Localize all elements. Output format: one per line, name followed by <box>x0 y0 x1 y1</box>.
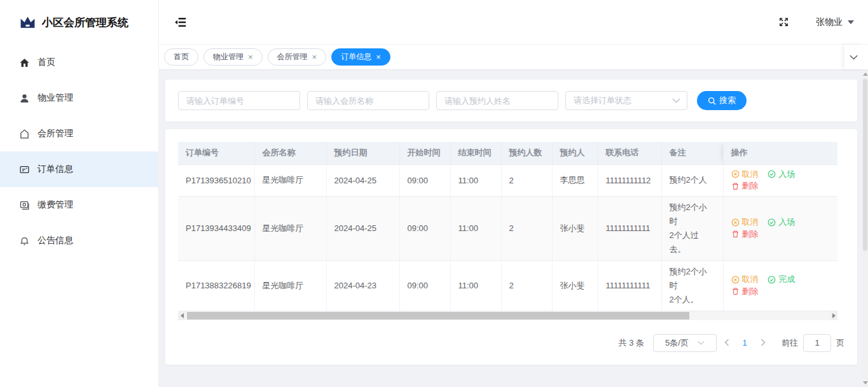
tabs-overflow-button[interactable] <box>844 45 862 69</box>
sidebar: 小区会所管理系统 首页 物业管理 会所管理 订单信息 <box>0 0 159 387</box>
cell-end: 11:00 <box>450 164 501 196</box>
pagination-total: 共 3 条 <box>619 337 644 349</box>
cell-club: 星光咖啡厅 <box>254 196 326 260</box>
enter-button[interactable]: 入场 <box>768 169 795 180</box>
main-area: 张物业 首页 物业管理 × 会所管理 × 订单信息 × <box>159 0 868 387</box>
action-label: 取消 <box>742 216 759 228</box>
tab-home[interactable]: 首页 <box>164 48 198 66</box>
cell-order-no: P1713883226819 <box>178 260 254 311</box>
cell-person: 张小斐 <box>552 196 598 260</box>
cell-start: 09:00 <box>399 260 450 311</box>
sidebar-item-orders[interactable]: 订单信息 <box>0 151 158 187</box>
action-label: 删除 <box>742 180 759 192</box>
order-no-input[interactable] <box>178 91 300 110</box>
tab-club[interactable]: 会所管理 × <box>268 48 327 66</box>
topbar: 张物业 <box>159 0 868 45</box>
tab-orders[interactable]: 订单信息 × <box>331 48 390 66</box>
col-header: 联系电话 <box>598 142 661 164</box>
page-content: 请选择订单状态 搜索 订单编号 <box>159 70 868 387</box>
goto-page: 前往 页 <box>782 334 844 352</box>
col-header: 订单编号 <box>178 142 254 164</box>
col-header: 预约人数 <box>501 142 552 164</box>
cell-remark: 预约2个人 <box>661 164 723 196</box>
tab-label: 物业管理 <box>213 52 244 62</box>
tab-label: 会所管理 <box>277 52 308 62</box>
search-button[interactable]: 搜索 <box>697 91 747 110</box>
horizontal-scrollbar[interactable] <box>178 311 837 320</box>
next-page-button[interactable] <box>754 338 773 348</box>
user-dropdown[interactable]: 张物业 <box>816 17 854 28</box>
delete-button[interactable]: 删除 <box>731 286 759 297</box>
sidebar-item-property[interactable]: 物业管理 <box>0 80 158 116</box>
scroll-down-arrow[interactable] <box>862 381 868 384</box>
horizontal-scrollbar-thumb[interactable] <box>187 312 689 320</box>
enter-button[interactable]: 入场 <box>768 216 795 228</box>
close-icon[interactable]: × <box>248 53 253 61</box>
orders-table: 订单编号 会所名称 预约日期 开始时间 结束时间 预约人数 预约人 联系电话 备… <box>178 142 837 311</box>
cancel-button[interactable]: 取消 <box>731 169 759 180</box>
cell-start: 09:00 <box>399 164 450 196</box>
fullscreen-icon[interactable] <box>778 17 789 27</box>
scroll-up-arrow[interactable] <box>862 73 868 76</box>
collapse-menu-icon[interactable] <box>174 17 187 28</box>
goto-label: 前往 <box>782 337 798 349</box>
cell-person: 张小斐 <box>552 260 598 311</box>
sidebar-item-payment[interactable]: 缴费管理 <box>0 187 158 223</box>
page-unit-label: 页 <box>836 337 844 349</box>
prev-page-button[interactable] <box>717 338 736 348</box>
delete-button[interactable]: 删除 <box>731 180 759 192</box>
cell-remark: 预约2个小时 2个人。 <box>661 260 723 311</box>
close-icon[interactable]: × <box>312 53 317 61</box>
cell-actions: 取消 完成 删除 <box>723 260 837 311</box>
complete-button[interactable]: 完成 <box>768 274 795 285</box>
cancel-button[interactable]: 取消 <box>731 216 759 228</box>
goto-page-input[interactable] <box>803 334 831 352</box>
vertical-scrollbar[interactable] <box>862 70 868 387</box>
cell-person: 李思思 <box>552 164 598 196</box>
cancel-button[interactable]: 取消 <box>731 274 759 285</box>
app-logo: 小区会所管理系统 <box>0 0 158 45</box>
page-size-select[interactable]: 5条/页 <box>653 334 717 352</box>
table-row: P1713934433409 星光咖啡厅 2024-04-25 09:00 11… <box>178 196 837 260</box>
order-status-select[interactable]: 请选择订单状态 <box>565 91 687 110</box>
sidebar-item-home[interactable]: 首页 <box>0 45 158 80</box>
chevron-down-icon <box>672 98 680 103</box>
tab-label: 首页 <box>174 52 189 62</box>
page-size-value: 5条/页 <box>665 337 689 349</box>
select-placeholder: 请选择订单状态 <box>574 95 631 106</box>
chevron-down-icon <box>698 341 705 345</box>
sidebar-item-label: 缴费管理 <box>38 199 73 211</box>
action-label: 入场 <box>778 169 795 180</box>
col-header-actions: 操作 <box>723 142 837 164</box>
club-name-input[interactable] <box>307 91 429 110</box>
search-icon <box>708 97 716 105</box>
cell-phone: 11111111111 <box>598 260 661 311</box>
horizontal-scrollbar-track[interactable] <box>186 311 830 320</box>
tab-property[interactable]: 物业管理 × <box>203 48 263 66</box>
trash-icon <box>731 230 740 238</box>
sidebar-item-label: 会所管理 <box>38 128 73 139</box>
sidebar-item-label: 物业管理 <box>38 92 73 104</box>
user-icon <box>19 93 30 104</box>
app-root: 小区会所管理系统 首页 物业管理 会所管理 订单信息 <box>0 0 868 387</box>
vertical-scrollbar-thumb[interactable] <box>863 79 867 251</box>
orders-table-card: 订单编号 会所名称 预约日期 开始时间 结束时间 预约人数 预约人 联系电话 备… <box>165 129 857 365</box>
person-name-input[interactable] <box>436 91 558 110</box>
col-header: 会所名称 <box>254 142 326 164</box>
scroll-left-arrow[interactable] <box>178 311 186 320</box>
col-header: 结束时间 <box>450 142 501 164</box>
table-row: P1713883226819 星光咖啡厅 2024-04-23 09:00 11… <box>178 260 837 311</box>
payment-icon <box>19 200 30 211</box>
sidebar-item-notice[interactable]: 公告信息 <box>0 223 158 258</box>
action-label: 删除 <box>742 229 759 240</box>
close-icon[interactable]: × <box>376 53 381 61</box>
current-page[interactable]: 1 <box>736 338 754 348</box>
scroll-right-arrow[interactable] <box>830 311 837 320</box>
sidebar-item-club[interactable]: 会所管理 <box>0 116 158 151</box>
cell-actions: 取消 入场 删除 <box>723 196 837 260</box>
delete-button[interactable]: 删除 <box>731 229 759 240</box>
home-icon <box>19 57 30 68</box>
cell-date: 2024-04-25 <box>326 196 399 260</box>
table-header-row: 订单编号 会所名称 预约日期 开始时间 结束时间 预约人数 预约人 联系电话 备… <box>178 142 837 164</box>
cell-order-no: P1713934433409 <box>178 196 254 260</box>
